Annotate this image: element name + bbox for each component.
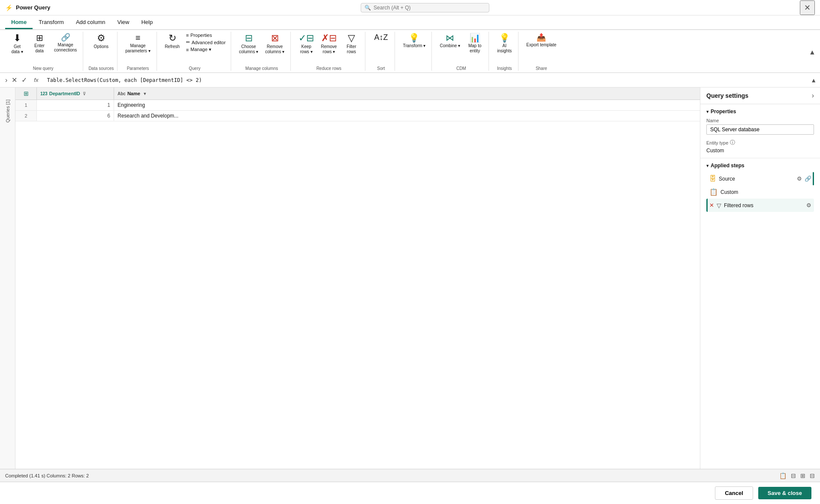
filter-rows-button[interactable]: ▽ Filterrows: [341, 32, 362, 56]
get-data-button[interactable]: ⬇ Getdata ▾: [7, 32, 27, 56]
panel-title: Query settings: [706, 92, 748, 99]
options-label: Options: [94, 44, 109, 49]
custom-step-label: Custom: [721, 189, 812, 195]
formula-collapse-button[interactable]: ▲: [811, 77, 817, 84]
status-profile-icon[interactable]: ⊟: [810, 472, 815, 479]
manage-label: Manage ▾: [190, 47, 211, 52]
queries-sidebar: Queries [1]: [0, 88, 15, 469]
name-col-label: Name: [127, 91, 140, 96]
ai-insights-button[interactable]: 💡 AIinsights: [494, 32, 515, 55]
ribbon-group-manage-columns: ⊟ Choosecolumns ▾ ⊠ Removecolumns ▾ Mana…: [233, 32, 291, 71]
manage-icon: ≡: [186, 47, 189, 52]
save-close-button[interactable]: Save & close: [758, 487, 811, 499]
title-bar-right: ✕: [800, 0, 815, 15]
transform-button[interactable]: 💡 Transform ▾: [400, 32, 428, 50]
step-source[interactable]: 🗄 Source ⚙ 🔗: [706, 172, 814, 185]
title-bar-left: ⚡ Power Query: [5, 4, 50, 11]
enter-data-label: Enterdata: [34, 43, 45, 54]
tab-view[interactable]: View: [112, 16, 136, 29]
close-button[interactable]: ✕: [800, 0, 815, 15]
filtered-rows-label: Filtered rows: [724, 202, 803, 208]
tab-home[interactable]: Home: [5, 16, 33, 29]
formula-cancel-button[interactable]: ✕: [10, 75, 19, 85]
queries-label[interactable]: Queries [1]: [5, 100, 10, 123]
name-prop-input[interactable]: [706, 124, 814, 135]
step-custom[interactable]: 📋 Custom: [706, 185, 814, 199]
properties-button[interactable]: ≡ Properties: [184, 32, 228, 39]
source-nav-button[interactable]: 🔗: [804, 175, 812, 183]
cancel-button[interactable]: Cancel: [715, 486, 753, 500]
keep-rows-button[interactable]: ✓⊟ Keeprows ▾: [296, 32, 317, 56]
manage-connections-button[interactable]: 🔗 Manageconnections: [51, 32, 79, 54]
ribbon-group-transform: 💡 Transform ▾: [397, 32, 432, 71]
status-columns-icon[interactable]: ⊟: [791, 472, 796, 479]
filtered-rows-settings-button[interactable]: ⚙: [805, 201, 812, 209]
col-header-name[interactable]: Abc Name ▾: [114, 88, 700, 100]
col-header-dept-id[interactable]: 123 DepartmentID ⊽: [37, 88, 114, 100]
expand-queries-button[interactable]: ›: [3, 75, 9, 85]
tab-help[interactable]: Help: [135, 16, 159, 29]
properties-label: Properties: [190, 33, 212, 38]
manage-parameters-button[interactable]: ≡ Manageparameters ▾: [123, 32, 153, 55]
search-input[interactable]: [374, 5, 485, 11]
ai-insights-label: AIinsights: [497, 43, 512, 54]
ribbon-collapse-button[interactable]: ▲: [808, 33, 817, 71]
tab-add-column[interactable]: Add column: [70, 16, 112, 29]
choose-columns-button[interactable]: ⊟ Choosecolumns ▾: [236, 32, 261, 56]
ribbon-group-new-query-items: ⬇ Getdata ▾ ⊞ Enterdata 🔗 Manageconnecti…: [7, 32, 79, 64]
bottom-bar: Cancel Save & close: [0, 482, 820, 504]
applied-steps-collapse-icon: ▾: [706, 163, 709, 169]
pq-logo: ⚡: [5, 4, 12, 11]
grid-header: ⊞ 123 DepartmentID ⊽ Abc Name ▾: [15, 88, 700, 100]
ribbon-group-share: 📤 Export template Share: [520, 32, 562, 71]
ribbon-group-transform-items: 💡 Transform ▾: [400, 32, 428, 69]
step-filtered-rows[interactable]: ✕ ▽ Filtered rows ⚙: [706, 199, 814, 212]
status-table-icon[interactable]: ⊞: [800, 472, 805, 479]
refresh-icon: ↻: [169, 33, 176, 43]
remove-columns-label: Removecolumns ▾: [265, 44, 284, 54]
name-dropdown-icon[interactable]: ▾: [144, 91, 146, 97]
ribbon-group-manage-columns-label: Manage columns: [245, 66, 278, 71]
combine-icon: ⋈: [446, 33, 454, 42]
options-button[interactable]: ⚙ Options: [91, 32, 112, 51]
export-template-icon: 📤: [537, 33, 546, 41]
refresh-button[interactable]: ↻ Refresh: [162, 32, 183, 51]
dept-col-label: DepartmentID: [49, 91, 80, 96]
search-box[interactable]: 🔍: [361, 3, 489, 12]
formula-input[interactable]: Table.SelectRows(Custom, each [Departmen…: [43, 75, 808, 85]
manage-button[interactable]: ≡ Manage ▾: [184, 46, 228, 53]
remove-columns-button[interactable]: ⊠ Removecolumns ▾: [262, 32, 287, 56]
ribbon-group-sort-items: A↕Z: [371, 32, 391, 64]
data-grid[interactable]: ⊞ 123 DepartmentID ⊽ Abc Name ▾ 1 1 Engi…: [15, 88, 700, 469]
remove-rows-label: Removerows ▾: [321, 44, 337, 54]
source-settings-button[interactable]: ⚙: [796, 175, 803, 183]
applied-steps-section: ▾ Applied steps 🗄 Source ⚙ 🔗 📋 Custom: [700, 158, 820, 469]
ai-insights-icon: 💡: [499, 33, 510, 42]
app-title: Power Query: [16, 4, 50, 11]
table-row[interactable]: 1 1 Engineering: [15, 100, 700, 111]
export-template-button[interactable]: 📤 Export template: [524, 32, 559, 49]
properties-section-label: Properties: [711, 109, 736, 115]
sort-az-button[interactable]: A↕Z: [371, 32, 391, 44]
filtered-rows-delete-icon[interactable]: ✕: [709, 202, 714, 208]
remove-rows-button[interactable]: ✗⊟ Removerows ▾: [318, 32, 339, 56]
advanced-editor-label: Advanced editor: [192, 40, 226, 45]
map-to-entity-button[interactable]: 📊 Map toentity: [464, 32, 485, 55]
col-header-index[interactable]: ⊞: [15, 88, 37, 100]
manage-connections-label: Manageconnections: [54, 42, 77, 53]
combine-button[interactable]: ⋈ Combine ▾: [437, 32, 463, 50]
status-step-icon[interactable]: 📋: [779, 472, 787, 479]
panel-expand-button[interactable]: ›: [812, 92, 814, 100]
filter-rows-label: Filterrows: [347, 44, 356, 54]
formula-confirm-button[interactable]: ✓: [20, 75, 29, 85]
refresh-label: Refresh: [165, 44, 180, 49]
ribbon-group-sort: A↕Z Sort: [367, 32, 395, 71]
applied-steps-toggle[interactable]: ▾ Applied steps: [706, 163, 814, 169]
advanced-editor-button[interactable]: ✏ Advanced editor: [184, 39, 228, 46]
table-row[interactable]: 2 6 Research and Developm...: [15, 111, 700, 121]
table-icon: ⊞: [24, 90, 29, 97]
properties-section-toggle[interactable]: ▾ Properties: [706, 109, 814, 115]
cell-name-1: Engineering: [114, 100, 700, 110]
tab-transform[interactable]: Transform: [33, 16, 70, 29]
enter-data-button[interactable]: ⊞ Enterdata: [29, 32, 50, 55]
